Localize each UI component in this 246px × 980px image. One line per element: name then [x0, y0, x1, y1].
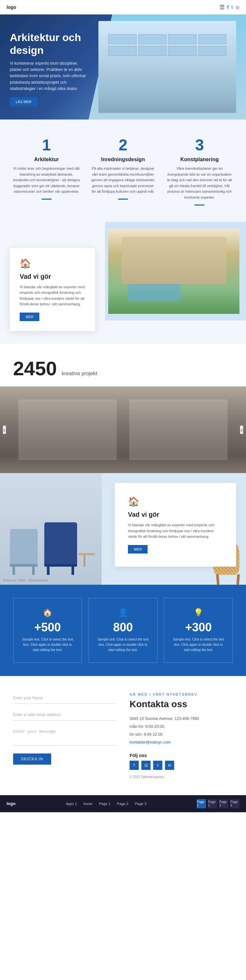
feature-desc-3: Våra överskottsplaner ger en övergripand… — [166, 166, 233, 200]
feature-title-1: Arkitektur — [13, 157, 80, 162]
stat-item-1: 🏠 +500 Sample text. Click to select the … — [13, 598, 82, 663]
carousel-prev-button[interactable]: ‹ — [3, 425, 6, 434]
message-input[interactable] — [13, 726, 116, 746]
hero-description: Vi kombinerar expertis inom discipliner,… — [10, 60, 89, 92]
feature-item-3: 3 Konstplanering Våra överskottsplaner g… — [166, 136, 233, 205]
wwd2-furniture-image — [0, 473, 102, 585]
wwd2-house-icon: 🏠 — [128, 496, 223, 507]
follow-linkedin-icon[interactable]: in — [165, 761, 174, 770]
wwd1-building-image — [108, 229, 240, 314]
hero-cta-button[interactable]: LÄS MER — [10, 97, 37, 107]
contact-address: 3045 10 Sunrise Avenue, 123-456-7890 — [130, 715, 233, 722]
feature-number-2: 2 — [90, 136, 156, 154]
contact-title: Kontakta oss — [130, 699, 233, 710]
hero-section: Arkitektur och design Vi kombinerar expe… — [0, 14, 246, 119]
footer-page-4[interactable]: Page 4 — [230, 799, 240, 808]
counter-number: 2450 — [13, 358, 57, 380]
footer-page-3[interactable]: Page 3 — [219, 799, 228, 808]
stats-section: 🏠 +500 Sample text. Click to select the … — [0, 585, 246, 676]
feature-line-2 — [118, 199, 128, 200]
follow-title: Följ oss — [130, 753, 233, 758]
contact-email[interactable]: kontakter@esbnyc.com — [130, 740, 171, 745]
newsletter-label: GÅ MED I VÅRT NYHETSBREV — [130, 692, 233, 696]
feature-desc-2: På alla marknader vi betjänar, designar … — [90, 166, 156, 195]
stat-icon-2: 👤 — [95, 608, 151, 617]
feature-number-3: 3 — [166, 136, 233, 154]
feature-title-2: Inredningsdesign — [90, 157, 156, 162]
stat-icon-1: 🏠 — [20, 608, 75, 617]
footer-link-1[interactable]: home — [83, 802, 92, 806]
footer-links: tippo 1 home Page 1 Page 2 Page 3 — [66, 802, 146, 806]
wwd1-card: 🏠 Vad vi gör Vi blandar vår mångfald av … — [10, 248, 95, 331]
follow-facebook-icon[interactable]: f — [130, 761, 139, 770]
hero-title: Arkitektur och design — [10, 31, 89, 56]
email-input[interactable] — [13, 709, 116, 721]
footer-link-3[interactable]: Page 2 — [117, 802, 129, 806]
twitter-icon[interactable]: t — [231, 5, 233, 10]
carousel-item-3: GD -huset i Israel Dhc varius halisque p… — [163, 393, 233, 459]
stat-number-1: +500 — [20, 620, 75, 634]
footer-link-2[interactable]: Page 1 — [99, 802, 111, 806]
what-we-do-section-1: 🏠 Vad vi gör Vi blandar vår mångfald av … — [0, 222, 246, 344]
stat-icon-3: 💡 — [171, 608, 226, 617]
footer-page-2[interactable]: Page 2 — [208, 799, 217, 808]
wwd1-house-icon: 🏠 — [20, 258, 85, 269]
feature-title-3: Konstplanering — [166, 157, 233, 162]
follow-instagram-icon[interactable]: ◎ — [141, 761, 151, 770]
contact-info: GÅ MED I VÅRT NYHETSBREV Kontakta oss 30… — [130, 692, 233, 779]
wwd2-card: 🏠 Vad vi gör Vi blandar vår mångfald av … — [115, 483, 236, 567]
feature-desc-1: Vi möter krav och begränsningar med rätt… — [13, 166, 80, 195]
wwd2-description: Vi blandar vår mångfald av experter med … — [128, 522, 223, 540]
wwd2-more-button[interactable]: MER — [128, 545, 148, 554]
footer-link-0[interactable]: tippo 1 — [66, 802, 77, 806]
stat-number-2: 800 — [95, 620, 151, 634]
submit-button[interactable]: SKICKA IN — [13, 754, 51, 765]
name-input[interactable] — [13, 692, 116, 704]
follow-twitter-icon[interactable]: t — [153, 761, 162, 770]
counter-label: kreativa projekt — [62, 371, 97, 376]
counter-section: 2450 kreativa projekt — [0, 344, 246, 387]
contact-form: SKICKA IN — [13, 692, 116, 779]
feature-number-1: 1 — [13, 136, 80, 154]
contact-hours2: lör-sön: 9:00-22:00 — [130, 730, 233, 738]
wwd2-photo-credit: Foton av +Halo , Studiochema — [3, 579, 48, 582]
main-nav: logo ☰ f t ◎ — [0, 0, 246, 14]
carousel-section: ‹ Loft MM Dhc varius halisque penatibus … — [0, 387, 246, 473]
wwd1-title: Vad vi gör — [20, 273, 85, 280]
carousel-next-button[interactable]: › — [240, 425, 243, 434]
facebook-icon[interactable]: f — [227, 5, 229, 10]
nav-icons: ☰ f t ◎ — [219, 3, 240, 11]
contact-hours: mån-fre: 9:00-20:00, — [130, 722, 233, 730]
hero-content: Arkitektur och design Vi kombinerar expe… — [0, 21, 98, 119]
wwd2-title: Vad vi gör — [128, 511, 223, 519]
carousel-image-3 — [163, 393, 233, 445]
stat-desc-2: Sample text. Click to select the text bo… — [95, 637, 151, 653]
feature-item-2: 2 Inredningsdesign På alla marknader vi … — [90, 136, 156, 205]
feature-line-3 — [195, 205, 204, 205]
stat-number-3: +300 — [171, 620, 226, 634]
footer-link-4[interactable]: Page 3 — [135, 802, 146, 806]
stat-item-3: 💡 +300 Sample text. Click to select the … — [164, 598, 233, 663]
nav-logo: logo — [6, 5, 16, 10]
follow-icons: f ◎ t in — [130, 761, 233, 770]
wwd1-description: Vi blandar vår mångfald av experter med … — [20, 284, 85, 307]
hero-building-image — [98, 21, 236, 113]
features-section: 1 Arkitektur Vi möter krav och begränsni… — [0, 119, 246, 222]
contact-details: 3045 10 Sunrise Avenue, 123-456-7890 mån… — [130, 715, 233, 746]
wwd1-more-button[interactable]: MER — [20, 313, 40, 321]
stat-item-2: 👤 800 Sample text. Click to select the t… — [89, 598, 157, 663]
footer-pages: Page 1 Page 2 Page 3 Page 4 — [197, 799, 240, 808]
footer-nav: logo tippo 1 home Page 1 Page 2 Page 3 P… — [0, 795, 246, 812]
carousel-items-container: Loft MM Dhc varius halisque penatibus et… — [13, 393, 233, 459]
footer-page-1[interactable]: Page 1 — [197, 799, 206, 808]
stat-desc-3: Sample text. Click to select the text bo… — [171, 637, 226, 653]
footer-logo: logo — [6, 801, 16, 806]
contact-section: SKICKA IN GÅ MED I VÅRT NYHETSBREV Konta… — [0, 676, 246, 795]
feature-item-1: 1 Arkitektur Vi möter krav och begränsni… — [13, 136, 80, 205]
instagram-icon[interactable]: ◎ — [235, 5, 240, 10]
feature-line-1 — [42, 199, 51, 200]
menu-icon[interactable]: ☰ — [219, 3, 225, 11]
stat-desc-1: Sample text. Click to select the text bo… — [20, 637, 75, 653]
what-we-do-section-2: 🏠 Vad vi gör Vi blandar vår mångfald av … — [0, 473, 246, 585]
copyright: © 2021 Sekretesspolicy — [130, 775, 233, 779]
